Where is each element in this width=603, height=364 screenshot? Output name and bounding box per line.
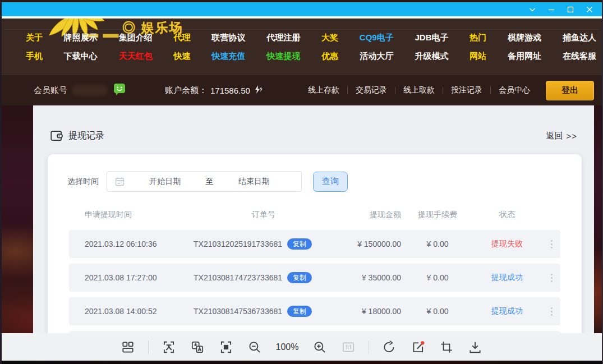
close-icon[interactable]: [584, 4, 595, 15]
nav-col-agent: 代理 快速: [173, 32, 190, 62]
link-transactions[interactable]: 交易记录: [348, 85, 395, 95]
table-row: 2021.03.12 06:10:36 TX210312025191733681…: [69, 230, 560, 258]
refresh-balance-bolt-icon[interactable]: [254, 85, 264, 96]
nav-link[interactable]: 代理注册: [266, 32, 300, 43]
crop-icon[interactable]: [438, 339, 455, 356]
row-menu: [540, 307, 560, 316]
bottom-dark-strip: [0, 361, 603, 364]
nav-link[interactable]: 下载中心: [64, 50, 98, 62]
cell-fee: ¥ 0.00: [401, 239, 474, 248]
main-nav: 关于 手机 牌照展示 下载中心 集团介绍 天天红包 代理 快速 联营协议 快速充…: [26, 32, 596, 62]
kebab-menu-icon[interactable]: [551, 311, 553, 312]
link-bets[interactable]: 投注记录: [443, 85, 490, 95]
nav-link[interactable]: 大奖: [321, 32, 338, 43]
nav-link[interactable]: 集团介绍: [119, 32, 153, 43]
toolbar-divider: [148, 340, 149, 354]
start-date-placeholder: 开始日期: [125, 177, 206, 187]
content-panel: 提现记录 返回 >> 选择时间 开始日期 至: [33, 105, 594, 364]
status-badge[interactable]: 提现成功: [474, 306, 540, 316]
nav-link[interactable]: 活动大厅: [360, 50, 393, 62]
nav-link[interactable]: 备用网址: [508, 50, 541, 62]
account-bar: 会员账号 账户余额：171586.50 线上存款 交易记录: [0, 75, 603, 105]
balance-value: 171586.50: [210, 86, 250, 95]
cell-amount: ¥ 18000.00: [334, 307, 401, 316]
status-badge[interactable]: 提现失败: [474, 239, 540, 249]
section-head: 提现记录 返回 >>: [50, 130, 577, 142]
nav-link[interactable]: 快速充值: [211, 50, 245, 62]
toolbar-divider: [369, 340, 369, 354]
nav-link[interactable]: 手机: [26, 50, 43, 62]
zoom-out-icon[interactable]: [246, 339, 263, 356]
order-number: TX210308174723733681: [194, 273, 282, 282]
nav-link[interactable]: JDB电子: [415, 32, 448, 43]
nav-link[interactable]: 热门: [469, 32, 486, 43]
nav-col-alliance: 联营协议 快速充值: [211, 32, 245, 62]
nav-link[interactable]: 联营协议: [211, 32, 245, 43]
double-chevron-right-icon: >>: [566, 131, 577, 141]
nav-link[interactable]: 代理: [173, 32, 190, 43]
date-range-input[interactable]: 开始日期 至 结束日期: [107, 171, 302, 192]
nav-link[interactable]: 天天红包: [119, 50, 153, 62]
nav-link[interactable]: 升级模式: [415, 50, 448, 62]
kebab-menu-icon[interactable]: [551, 243, 553, 245]
col-header-amount: 提现金额: [334, 210, 401, 220]
calendar-icon: [115, 177, 125, 186]
status-badge[interactable]: 提现成功: [474, 273, 540, 283]
edit-icon[interactable]: [409, 339, 426, 356]
minimize-icon[interactable]: [546, 4, 557, 15]
download-icon[interactable]: [467, 339, 484, 356]
zoom-level-label: 100%: [275, 342, 300, 352]
nav-link[interactable]: 棋牌游戏: [508, 32, 541, 43]
logout-button[interactable]: 登出: [546, 81, 594, 100]
nav-link[interactable]: 快速: [173, 50, 190, 62]
wallet-icon: [50, 131, 63, 141]
kebab-menu-icon[interactable]: [551, 277, 553, 279]
copy-button[interactable]: 复制: [287, 306, 312, 317]
nav-link[interactable]: 捕鱼达人: [563, 32, 596, 43]
translate-icon[interactable]: [189, 339, 206, 356]
nav-link[interactable]: 快速提现: [266, 50, 300, 62]
link-deposit[interactable]: 线上存款: [300, 85, 347, 95]
search-button[interactable]: 查询: [313, 172, 348, 192]
chat-bubble-icon[interactable]: [113, 83, 126, 98]
table-row: 2021.03.08 14:00:52 TX210308147536733681…: [69, 297, 560, 325]
link-withdraw[interactable]: 线上取款: [395, 85, 443, 95]
nav-link[interactable]: CQ9电子: [360, 32, 394, 43]
nav-link[interactable]: 关于: [26, 32, 43, 43]
date-filter-label: 选择时间: [67, 177, 99, 187]
nav-col-chess: 棋牌游戏 备用网址: [508, 32, 541, 62]
date-separator: 至: [206, 177, 214, 187]
header-divider: [4, 29, 599, 30]
order-number: TX210308147536733681: [194, 307, 282, 316]
copy-button[interactable]: 复制: [287, 272, 312, 283]
copy-button[interactable]: 复制: [287, 238, 312, 250]
collapse-chevron-icon[interactable]: [527, 4, 538, 15]
back-link[interactable]: 返回 >>: [546, 131, 577, 141]
fit-screen-icon[interactable]: [218, 339, 234, 356]
window-titlebar: [0, 2, 603, 17]
window-border-left: [0, 0, 2, 364]
actual-size-icon[interactable]: [340, 339, 357, 356]
nav-link[interactable]: 优惠: [321, 50, 338, 62]
extract-text-icon[interactable]: [160, 339, 177, 356]
cell-order: TX210308147536733681 复制: [194, 306, 334, 317]
zoom-in-icon[interactable]: [311, 339, 328, 356]
cell-order: TX210308174723733681 复制: [194, 272, 334, 283]
cell-amount: ¥ 150000.00: [334, 239, 401, 248]
site-background: 提现记录 返回 >> 选择时间 开始日期 至: [0, 105, 603, 364]
nav-link[interactable]: 在线客服: [563, 50, 596, 62]
order-number: TX210312025191733681: [194, 239, 282, 248]
gallery-layout-icon[interactable]: [119, 339, 136, 356]
table-header-row: 申请提现时间 订单号 提现金额 提现手续费 状态: [69, 205, 560, 224]
nav-link[interactable]: 牌照展示: [64, 32, 98, 43]
nav-col-hot: 热门 网站: [469, 32, 486, 62]
link-member-center[interactable]: 会员中心: [491, 85, 538, 95]
nav-col-license: 牌照展示 下载中心: [64, 32, 98, 62]
nav-col-register: 代理注册 快速提现: [266, 32, 300, 62]
member-username-redacted: [72, 85, 108, 96]
maximize-icon[interactable]: [565, 4, 576, 15]
cell-order: TX210312025191733681 复制: [194, 238, 334, 250]
rotate-icon[interactable]: [381, 339, 398, 356]
nav-link[interactable]: 网站: [469, 50, 486, 62]
nav-col-fishing: 捕鱼达人 在线客服: [563, 32, 596, 62]
